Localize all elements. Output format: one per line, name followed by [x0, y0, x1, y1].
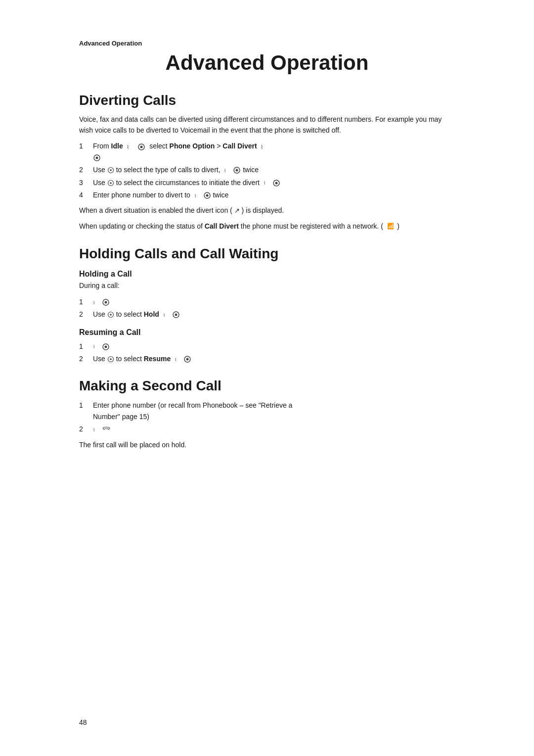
svg-point-30 [104, 345, 107, 348]
signal-icon-h2: ⌇ [163, 312, 170, 318]
diverting-calls-intro: Voice, fax and data calls can be diverte… [79, 114, 455, 136]
svg-point-27 [175, 314, 177, 316]
holding-a-call-title: Holding a Call [79, 270, 455, 279]
svg-point-12 [110, 182, 112, 184]
step-number: 4 [79, 189, 93, 200]
svg-point-5 [96, 157, 98, 159]
svg-text:⌇: ⌇ [175, 357, 177, 362]
svg-point-24 [110, 314, 112, 316]
step-number: 2 [79, 309, 93, 320]
step-item: 2 Use to select Hold ⌇ [79, 309, 455, 320]
step-content: ⌇ [93, 424, 455, 434]
signal-icon-s1: ⌇ [93, 427, 100, 432]
step-content: Enter phone number (or recall from Phone… [93, 400, 455, 422]
resuming-a-call-title: Resuming a Call [79, 328, 455, 337]
svg-text:⌇: ⌇ [264, 181, 266, 186]
step-item: 1 Enter phone number (or recall from Pho… [79, 400, 455, 422]
ok-icon-h2 [172, 311, 180, 319]
step-number: 1 [79, 400, 93, 411]
diverting-calls-steps: 1 From Idle ⌇ select Phone Op [79, 141, 455, 200]
diverting-note2: When updating or checking the status of … [79, 221, 455, 232]
step-number: 1 [79, 341, 93, 352]
bold-call-divert: Call Divert [222, 142, 257, 150]
svg-point-35 [186, 358, 188, 361]
divert-icon: ↗ [234, 207, 240, 214]
network-icon: 📶 [385, 224, 396, 231]
subsection-holding: Holding a Call During a call: 1 ⌇ [79, 270, 455, 320]
step-number: 2 [79, 164, 93, 175]
svg-point-10 [236, 169, 238, 172]
bold-resume: Resume [144, 355, 171, 363]
svg-text:⌇: ⌇ [127, 144, 129, 150]
svg-text:⌇: ⌇ [224, 168, 226, 173]
holding-steps: 1 ⌇ [79, 296, 455, 320]
svg-text:⌇: ⌇ [93, 427, 95, 432]
subsection-resuming: Resuming a Call 1 ⌇ [79, 328, 455, 365]
svg-point-32 [110, 358, 112, 360]
svg-text:⌇: ⌇ [93, 300, 95, 305]
step-item: 2 ⌇ [79, 424, 455, 434]
ok-icon-2 [93, 154, 101, 162]
signal-icon-r1: ⌇ [93, 344, 100, 349]
signal-icon-r2: ⌇ [175, 357, 181, 362]
signal-icon-4: ⌇ [264, 180, 270, 186]
signal-icon-5: ⌇ [194, 193, 201, 198]
page: Advanced Operation Advanced Operation Di… [0, 0, 534, 756]
section-diverting-calls: Diverting Calls Voice, fax and data call… [79, 93, 455, 232]
svg-text:⌇: ⌇ [163, 313, 165, 318]
svg-point-2 [140, 145, 143, 148]
bold-idle: Idle [111, 142, 123, 150]
signal-icon: ⌇ [127, 143, 135, 150]
second-call-steps: 1 Enter phone number (or recall from Pho… [79, 400, 455, 434]
step-item: 1 From Idle ⌇ select Phone Op [79, 141, 455, 163]
svg-point-18 [206, 194, 208, 197]
ok-icon-r2 [183, 355, 191, 363]
step-number: 1 [79, 296, 93, 307]
bold-phone-option: Phone Option [170, 142, 215, 150]
making-second-call-title: Making a Second Call [79, 378, 455, 394]
svg-text:⌇: ⌇ [194, 193, 196, 198]
step-number: 1 [79, 141, 93, 151]
signal-icon-h1: ⌇ [93, 300, 100, 305]
bold-hold: Hold [144, 310, 159, 318]
ok-icon-5 [203, 191, 211, 199]
step-content: Use to select the type of calls to diver… [93, 164, 455, 175]
diverting-calls-title: Diverting Calls [79, 93, 455, 108]
bold-call-divert-2: Call Divert [205, 222, 239, 230]
nav-icon [107, 167, 114, 174]
page-number: 48 [79, 718, 87, 726]
call-end-icon [102, 426, 111, 433]
step-item: 1 ⌇ [79, 341, 455, 352]
step-content: Enter phone number to divert to ⌇ twice [93, 189, 455, 200]
nav-icon-2 [107, 180, 114, 187]
step-content: From Idle ⌇ select Phone Option > Call D… [93, 141, 455, 163]
svg-point-7 [110, 170, 112, 172]
step-item: 2 Use to select the type of calls to div… [79, 164, 455, 175]
step-item: 3 Use to select the circumstances to ini… [79, 177, 455, 188]
section-making-second-call: Making a Second Call 1 Enter phone numbe… [79, 378, 455, 450]
step-content: ⌇ [93, 341, 455, 352]
step-number: 2 [79, 353, 93, 364]
svg-point-15 [275, 182, 277, 184]
step-content: Use to select the circumstances to initi… [93, 177, 455, 188]
step-number: 3 [79, 177, 93, 188]
ok-icon [137, 143, 145, 151]
ok-icon-h1 [102, 298, 110, 306]
svg-text:📶: 📶 [387, 222, 394, 230]
during-call-label: During a call: [79, 281, 455, 291]
step-item: 2 Use to select Resume ⌇ [79, 353, 455, 364]
header-label: Advanced Operation [79, 40, 455, 47]
nav-icon-r [107, 356, 114, 363]
signal-icon-2: ⌇ [261, 143, 269, 150]
ok-icon-4 [272, 179, 280, 187]
page-title: Advanced Operation [79, 51, 455, 75]
step-content: Use to select Resume ⌇ [93, 353, 455, 364]
ok-icon-r1 [102, 343, 110, 351]
holding-calls-title: Holding Calls and Call Waiting [79, 246, 455, 262]
resuming-steps: 1 ⌇ [79, 341, 455, 365]
nav-icon-h [107, 311, 114, 318]
ok-icon-3 [233, 166, 241, 174]
second-call-note: The first call will be placed on hold. [79, 440, 455, 451]
diverting-note1: When a divert situation is enabled the d… [79, 205, 455, 216]
signal-icon-3: ⌇ [224, 168, 231, 173]
